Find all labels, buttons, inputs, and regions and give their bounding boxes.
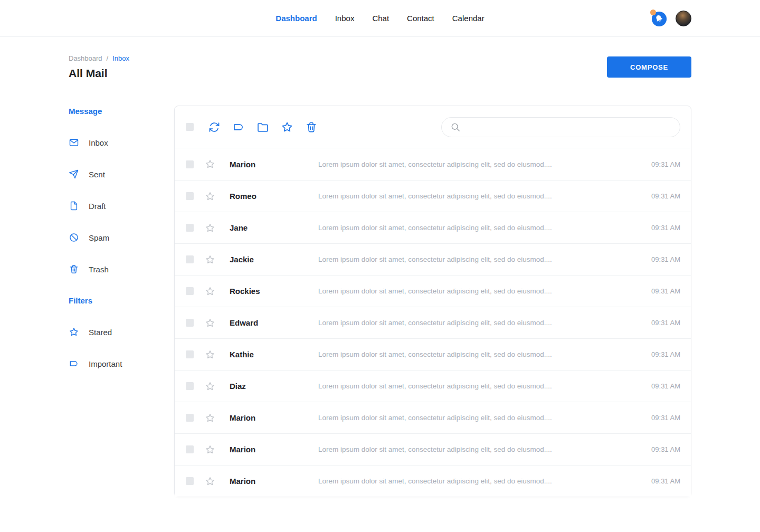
mail-preview: Lorem ipsum dolor sit amet, consectetur …: [318, 477, 643, 485]
sidebar-item-label: Inbox: [89, 138, 108, 147]
user-avatar[interactable]: [676, 11, 691, 26]
mail-time: 09:31 AM: [643, 160, 680, 168]
mail-time: 09:31 AM: [643, 255, 680, 263]
mail-sender: Romeo: [230, 192, 318, 201]
sidebar-item-draft[interactable]: Draft: [69, 190, 174, 222]
spam-icon: [69, 232, 79, 243]
row-select-checkbox[interactable]: [186, 224, 194, 232]
mail-row[interactable]: Marion Lorem ipsum dolor sit amet, conse…: [175, 402, 691, 433]
sidebar-item-trash[interactable]: Trash: [69, 253, 174, 285]
label-icon: [232, 121, 245, 134]
star-icon[interactable]: [205, 476, 215, 487]
mail-sender: Marion: [230, 445, 318, 454]
mail-preview: Lorem ipsum dolor sit amet, consectetur …: [318, 224, 643, 232]
topbar: DashboardInboxChatContactCalendar: [0, 0, 760, 37]
row-select-checkbox[interactable]: [186, 445, 194, 453]
mail-row[interactable]: Marion Lorem ipsum dolor sit amet, conse…: [175, 148, 691, 180]
mail-sender: Rockies: [230, 287, 318, 296]
sidebar-item-important[interactable]: Important: [69, 348, 174, 379]
mail-sender: Marion: [230, 477, 318, 486]
breadcrumb-dashboard[interactable]: Dashboard: [69, 54, 102, 62]
refresh-icon: [208, 121, 221, 134]
breadcrumb-title-block: Dashboard / Inbox All Mail: [69, 54, 129, 80]
compose-button[interactable]: COMPOSE: [607, 56, 691, 78]
mail-preview: Lorem ipsum dolor sit amet, consectetur …: [318, 414, 643, 422]
breadcrumb-inbox[interactable]: Inbox: [112, 54, 129, 62]
search-icon: [450, 122, 461, 132]
mail-row[interactable]: Rockies Lorem ipsum dolor sit amet, cons…: [175, 275, 691, 307]
mail-row[interactable]: Marion Lorem ipsum dolor sit amet, conse…: [175, 465, 691, 497]
star-icon[interactable]: [205, 349, 215, 360]
toolbar-trash-button[interactable]: [305, 121, 318, 134]
notifications-button[interactable]: [651, 10, 668, 27]
sidebar-item-label: Important: [89, 359, 122, 368]
row-select-checkbox[interactable]: [186, 319, 194, 327]
toolbar-star-button[interactable]: [281, 121, 293, 134]
sidebar-item-stared[interactable]: Stared: [69, 316, 174, 348]
nav-item-dashboard[interactable]: Dashboard: [276, 14, 317, 23]
folder-icon: [256, 121, 269, 134]
row-select-checkbox[interactable]: [186, 382, 194, 390]
row-select-checkbox[interactable]: [186, 414, 194, 422]
star-icon[interactable]: [205, 286, 215, 297]
breadcrumb: Dashboard / Inbox: [69, 54, 129, 62]
nav-item-calendar[interactable]: Calendar: [452, 14, 484, 23]
mail-row[interactable]: Jane Lorem ipsum dolor sit amet, consect…: [175, 212, 691, 243]
mail-time: 09:31 AM: [643, 445, 680, 453]
trash-icon: [69, 264, 79, 274]
select-all-checkbox[interactable]: [186, 123, 194, 131]
sidebar-item-label: Spam: [89, 233, 109, 242]
mail-sender: Kathie: [230, 350, 318, 359]
sidebar-item-inbox[interactable]: Inbox: [69, 127, 174, 158]
mail-row[interactable]: Kathie Lorem ipsum dolor sit amet, conse…: [175, 338, 691, 370]
mail-app: DashboardInboxChatContactCalendar Dashbo…: [0, 0, 760, 532]
star-icon[interactable]: [205, 318, 215, 328]
toolbar-folder-button[interactable]: [256, 121, 269, 134]
mail-preview: Lorem ipsum dolor sit amet, consectetur …: [318, 192, 643, 200]
mail-time: 09:31 AM: [643, 319, 680, 327]
sidebar-section: Filters Stared Important: [69, 296, 174, 379]
mail-row[interactable]: Edward Lorem ipsum dolor sit amet, conse…: [175, 307, 691, 338]
mail-row[interactable]: Marion Lorem ipsum dolor sit amet, conse…: [175, 433, 691, 465]
toolbar-label-button[interactable]: [232, 121, 245, 134]
label-icon: [69, 358, 79, 369]
breadcrumb-separator: /: [107, 54, 109, 62]
mail-sender: Jane: [230, 223, 318, 232]
sidebar-items: Inbox Sent Draft Spam Trash: [69, 127, 174, 285]
search-input[interactable]: [466, 123, 672, 131]
mail-preview: Lorem ipsum dolor sit amet, consectetur …: [318, 445, 643, 453]
row-select-checkbox[interactable]: [186, 350, 194, 358]
mail-preview: Lorem ipsum dolor sit amet, consectetur …: [318, 319, 643, 327]
star-icon[interactable]: [205, 413, 215, 423]
star-icon[interactable]: [205, 223, 215, 233]
trash-icon: [305, 121, 318, 134]
sidebar-item-spam[interactable]: Spam: [69, 222, 174, 253]
mail-sender: Edward: [230, 318, 318, 327]
document-icon: [69, 201, 79, 211]
row-select-checkbox[interactable]: [186, 192, 194, 200]
sidebar-item-sent[interactable]: Sent: [69, 158, 174, 190]
mail-preview: Lorem ipsum dolor sit amet, consectetur …: [318, 160, 643, 168]
row-select-checkbox[interactable]: [186, 477, 194, 485]
star-icon[interactable]: [205, 191, 215, 202]
mail-row[interactable]: Jackie Lorem ipsum dolor sit amet, conse…: [175, 243, 691, 275]
mail-sender: Marion: [230, 160, 318, 169]
row-select-checkbox[interactable]: [186, 160, 194, 168]
mail-row[interactable]: Romeo Lorem ipsum dolor sit amet, consec…: [175, 180, 691, 212]
star-icon[interactable]: [205, 254, 215, 265]
nav-item-inbox[interactable]: Inbox: [335, 14, 355, 23]
star-icon[interactable]: [205, 444, 215, 455]
nav-item-contact[interactable]: Contact: [407, 14, 434, 23]
top-nav: DashboardInboxChatContactCalendar: [276, 14, 484, 23]
sidebar-item-label: Draft: [89, 202, 106, 211]
star-icon[interactable]: [205, 159, 215, 169]
mail-preview: Lorem ipsum dolor sit amet, consectetur …: [318, 350, 643, 358]
star-icon[interactable]: [205, 381, 215, 392]
star-icon: [281, 121, 293, 134]
row-select-checkbox[interactable]: [186, 287, 194, 295]
row-select-checkbox[interactable]: [186, 255, 194, 263]
mail-row[interactable]: Diaz Lorem ipsum dolor sit amet, consect…: [175, 370, 691, 402]
nav-item-chat[interactable]: Chat: [372, 14, 389, 23]
mail-time: 09:31 AM: [643, 477, 680, 485]
toolbar-refresh-button[interactable]: [208, 121, 221, 134]
